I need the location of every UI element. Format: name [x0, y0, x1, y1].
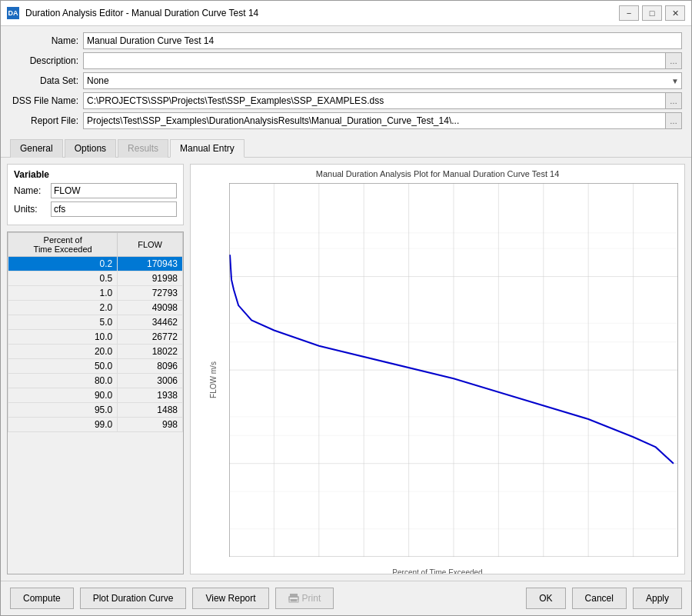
dataset-row: Data Set: None ▼ — [10, 72, 682, 89]
form-area: Name: Description: … Data Set: None ▼ DS… — [1, 26, 691, 135]
cell-percent: 95.0 — [8, 403, 118, 418]
chart-panel: Manual Duration Analysis Plot for Manual… — [190, 164, 685, 574]
print-button[interactable]: Print — [275, 588, 334, 609]
report-browse-btn[interactable]: … — [665, 112, 682, 129]
table-row[interactable]: 0.591998 — [8, 271, 183, 286]
report-input[interactable] — [83, 112, 665, 129]
dataset-select[interactable]: None — [83, 72, 682, 89]
report-field-wrap: … — [83, 112, 682, 129]
table-row[interactable]: 5.034462 — [8, 315, 183, 330]
minimize-button[interactable]: − — [619, 5, 639, 21]
cell-flow: 1938 — [118, 388, 183, 403]
description-browse-btn[interactable]: … — [665, 52, 682, 69]
cancel-button[interactable]: Cancel — [572, 588, 627, 609]
bottom-bar: Compute Plot Duration Curve View Report … — [1, 581, 691, 615]
tab-results: Results — [118, 139, 168, 158]
chart-title: Manual Duration Analysis Plot for Manual… — [191, 165, 684, 180]
dss-input[interactable] — [83, 92, 665, 109]
tabs-bar: General Options Results Manual Entry — [1, 135, 691, 158]
table-row[interactable]: 1.072793 — [8, 286, 183, 301]
cell-flow: 18022 — [118, 345, 183, 359]
cell-percent: 50.0 — [8, 359, 118, 374]
table-row[interactable]: 50.08096 — [8, 359, 183, 374]
cell-percent: 0.2 — [8, 257, 118, 271]
data-table: Percent ofTime Exceeded FLOW 0.21709430.… — [8, 232, 183, 432]
view-report-button[interactable]: View Report — [192, 588, 268, 609]
description-label: Description: — [10, 55, 83, 66]
cell-percent: 5.0 — [8, 315, 118, 330]
variable-name-input[interactable] — [51, 183, 177, 198]
cell-flow: 170943 — [118, 257, 183, 271]
window-controls: − □ ✕ — [619, 5, 685, 21]
variable-name-label: Name: — [14, 185, 51, 196]
table-row[interactable]: 90.01938 — [8, 388, 183, 403]
apply-button[interactable]: Apply — [633, 588, 682, 609]
dss-field-wrap: … — [83, 92, 682, 109]
chart-area: FLOW m/s — [191, 180, 684, 574]
title-bar: DA Duration Analysis Editor - Manual Dur… — [1, 1, 691, 26]
cell-percent: 0.5 — [8, 271, 118, 286]
cell-flow: 34462 — [118, 315, 183, 330]
table-row[interactable]: 99.0998 — [8, 418, 183, 432]
cell-percent: 90.0 — [8, 388, 118, 403]
cell-percent: 1.0 — [8, 286, 118, 301]
cell-flow: 26772 — [118, 330, 183, 345]
description-field-wrap: … — [83, 52, 682, 69]
table-row[interactable]: 10.026772 — [8, 330, 183, 345]
maximize-button[interactable]: □ — [642, 5, 662, 21]
cell-flow: 3006 — [118, 374, 183, 388]
table-row[interactable]: 0.2170943 — [8, 257, 183, 271]
dss-row: DSS File Name: … — [10, 92, 682, 109]
main-window: DA Duration Analysis Editor - Manual Dur… — [0, 0, 692, 616]
description-input[interactable] — [83, 52, 665, 69]
cell-percent: 2.0 — [8, 301, 118, 315]
cell-percent: 99.0 — [8, 418, 118, 432]
variable-units-row: Units: — [14, 201, 177, 217]
variable-title: Variable — [14, 169, 177, 180]
window-title: Duration Analysis Editor - Manual Durati… — [25, 8, 258, 18]
table-row[interactable]: 95.01488 — [8, 403, 183, 418]
ok-button[interactable]: OK — [526, 588, 565, 609]
close-button[interactable]: ✕ — [665, 5, 685, 21]
tab-manual-entry[interactable]: Manual Entry — [170, 139, 245, 158]
plot-duration-button[interactable]: Plot Duration Curve — [80, 588, 187, 609]
table-row[interactable]: 2.049098 — [8, 301, 183, 315]
print-icon — [288, 593, 299, 604]
cell-percent: 80.0 — [8, 374, 118, 388]
title-bar-left: DA Duration Analysis Editor - Manual Dur… — [7, 7, 258, 19]
report-row: Report File: … — [10, 112, 682, 129]
cell-flow: 91998 — [118, 271, 183, 286]
tab-general[interactable]: General — [10, 139, 63, 158]
col-percent-header: Percent ofTime Exceeded — [8, 233, 118, 257]
dss-browse-btn[interactable]: … — [665, 92, 682, 109]
col-flow-header: FLOW — [118, 233, 183, 257]
cell-flow: 1488 — [118, 403, 183, 418]
cell-percent: 20.0 — [8, 345, 118, 359]
cell-percent: 10.0 — [8, 330, 118, 345]
table-row[interactable]: 20.018022 — [8, 345, 183, 359]
main-content: Variable Name: Units: Percent ofTime Exc… — [1, 158, 691, 581]
report-label: Report File: — [10, 115, 83, 126]
dataset-label: Data Set: — [10, 75, 83, 86]
name-label: Name: — [10, 35, 83, 46]
cell-flow: 8096 — [118, 359, 183, 374]
y-axis-label: FLOW m/s — [209, 361, 218, 398]
variable-units-input[interactable] — [51, 201, 177, 217]
data-table-wrapper: Percent ofTime Exceeded FLOW 0.21709430.… — [7, 231, 184, 574]
cell-flow: 72793 — [118, 286, 183, 301]
app-icon: DA — [7, 7, 19, 19]
cell-flow: 49098 — [118, 301, 183, 315]
dss-label: DSS File Name: — [10, 95, 83, 106]
cell-flow: 998 — [118, 418, 183, 432]
dataset-select-wrap: None ▼ — [83, 72, 682, 89]
tab-options[interactable]: Options — [65, 139, 116, 158]
variable-section: Variable Name: Units: — [7, 164, 184, 225]
name-row: Name: — [10, 32, 682, 49]
chart-svg: 1,000,000 100,000 10,000 1,000 100 0 10 … — [229, 183, 678, 557]
compute-button[interactable]: Compute — [10, 588, 74, 609]
x-axis-label: Percent of Time Exceeded — [392, 568, 482, 574]
name-input[interactable] — [83, 32, 682, 49]
variable-name-row: Name: — [14, 183, 177, 198]
description-row: Description: … — [10, 52, 682, 69]
table-row[interactable]: 80.03006 — [8, 374, 183, 388]
